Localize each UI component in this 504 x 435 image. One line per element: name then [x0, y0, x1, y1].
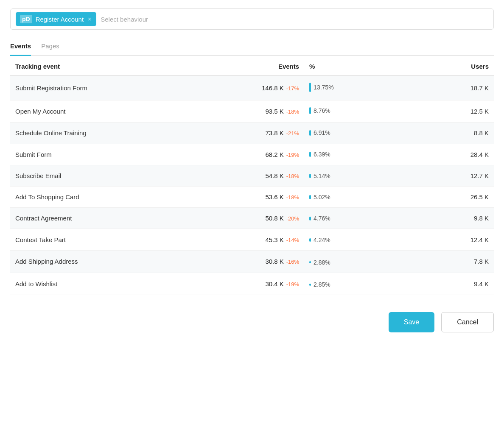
- percent-bar-wrap: 4.76%: [309, 215, 330, 222]
- table-row[interactable]: Submit Registration Form146.8 K-17%13.75…: [10, 75, 494, 100]
- events-value: 53.6 K: [265, 193, 283, 201]
- events-value: 30.4 K: [265, 280, 283, 287]
- cell-percent: 13.75%: [304, 75, 429, 100]
- percent-bar: [309, 238, 311, 242]
- cell-percent: 4.76%: [304, 207, 429, 229]
- tag-close-button[interactable]: ×: [87, 16, 92, 22]
- cell-event-name: Add To Shopping Card: [10, 186, 196, 207]
- percent-bar: [309, 130, 311, 136]
- col-header-percent: %: [304, 56, 429, 75]
- cell-users: 9.8 K: [429, 207, 494, 229]
- cell-event-name: Open My Account: [10, 100, 196, 123]
- cell-events: 45.3 K-14%: [196, 229, 304, 251]
- cell-percent: 6.39%: [304, 144, 429, 165]
- percent-text: 5.14%: [314, 173, 330, 179]
- percent-bar-wrap: 5.14%: [309, 173, 330, 179]
- events-value: 50.8 K: [265, 215, 283, 222]
- percent-bar: [309, 174, 311, 178]
- events-value: 45.3 K: [265, 236, 283, 243]
- cell-event-name: Schedule Online Training: [10, 123, 196, 144]
- cell-percent: 2.88%: [304, 251, 429, 273]
- cancel-button[interactable]: Cancel: [441, 312, 494, 332]
- header-bar: pD Register Account × Select behaviour: [10, 8, 494, 30]
- tag-icon: pD: [20, 15, 32, 23]
- percent-text: 5.02%: [314, 194, 330, 201]
- events-table: Tracking event Events % Users Submit Reg…: [10, 56, 494, 295]
- cell-users: 9.4 K: [429, 273, 494, 295]
- percent-bar: [309, 83, 311, 92]
- events-value: 73.8 K: [265, 129, 283, 137]
- events-change: -18%: [286, 173, 299, 179]
- cell-event-name: Submit Form: [10, 144, 196, 165]
- col-header-tracking-event: Tracking event: [10, 56, 196, 75]
- events-value: 54.8 K: [265, 172, 283, 179]
- cell-event-name: Add Shipping Address: [10, 251, 196, 273]
- cell-events: 146.8 K-17%: [196, 75, 304, 100]
- cell-events: 30.4 K-19%: [196, 273, 304, 295]
- percent-bar-wrap: 6.39%: [309, 151, 330, 158]
- percent-bar-wrap: 8.76%: [309, 107, 330, 114]
- table-row[interactable]: Subscribe Email54.8 K-18%5.14%12.7 K: [10, 165, 494, 186]
- events-value: 68.2 K: [265, 151, 283, 158]
- percent-bar: [309, 261, 311, 263]
- events-change: -17%: [286, 85, 299, 92]
- percent-bar: [309, 284, 311, 286]
- cell-users: 18.7 K: [429, 75, 494, 100]
- table-row[interactable]: Submit Form68.2 K-19%6.39%28.4 K: [10, 144, 494, 165]
- cell-events: 73.8 K-21%: [196, 123, 304, 144]
- percent-text: 6.91%: [314, 129, 330, 136]
- cell-percent: 5.14%: [304, 165, 429, 186]
- events-change: -18%: [286, 109, 299, 115]
- cell-events: 53.6 K-18%: [196, 186, 304, 207]
- cell-percent: 2.85%: [304, 273, 429, 295]
- events-change: -21%: [286, 130, 299, 137]
- cell-percent: 5.02%: [304, 186, 429, 207]
- percent-bar: [309, 152, 311, 157]
- percent-text: 2.88%: [314, 259, 330, 266]
- cell-users: 12.4 K: [429, 229, 494, 251]
- cell-event-name: Contract Agreement: [10, 207, 196, 229]
- save-button[interactable]: Save: [389, 312, 434, 332]
- percent-bar-wrap: 4.24%: [309, 237, 330, 243]
- cell-events: 68.2 K-19%: [196, 144, 304, 165]
- table-row[interactable]: Add Shipping Address30.8 K-16%2.88%7.8 K: [10, 251, 494, 273]
- percent-bar-wrap: 5.02%: [309, 194, 330, 201]
- table-row[interactable]: Add To Shopping Card53.6 K-18%5.02%26.5 …: [10, 186, 494, 207]
- events-change: -19%: [286, 152, 299, 158]
- events-change: -14%: [286, 237, 299, 243]
- cell-percent: 6.91%: [304, 123, 429, 144]
- events-change: -19%: [286, 281, 299, 287]
- percent-bar-wrap: 2.85%: [309, 281, 330, 288]
- percent-bar: [309, 217, 311, 220]
- events-value: 30.8 K: [265, 258, 283, 265]
- percent-bar-wrap: 6.91%: [309, 129, 330, 136]
- tag-label: Register Account: [36, 16, 84, 23]
- table-row[interactable]: Open My Account93.5 K-18%8.76%12.5 K: [10, 100, 494, 123]
- percent-text: 4.76%: [314, 215, 330, 222]
- cell-percent: 8.76%: [304, 100, 429, 123]
- table-row[interactable]: Contest Take Part45.3 K-14%4.24%12.4 K: [10, 229, 494, 251]
- events-change: -20%: [286, 215, 299, 222]
- cell-percent: 4.24%: [304, 229, 429, 251]
- cell-users: 28.4 K: [429, 144, 494, 165]
- cell-users: 12.7 K: [429, 165, 494, 186]
- footer: Save Cancel: [10, 295, 494, 341]
- events-change: -16%: [286, 259, 299, 265]
- percent-text: 4.24%: [314, 237, 330, 243]
- cell-event-name: Add to Wishlist: [10, 273, 196, 295]
- cell-events: 93.5 K-18%: [196, 100, 304, 123]
- tab-events[interactable]: Events: [10, 38, 31, 56]
- tag-chip[interactable]: pD Register Account ×: [16, 12, 96, 26]
- tabs-bar: Events Pages: [10, 38, 494, 56]
- percent-bar: [309, 195, 311, 199]
- cell-users: 7.8 K: [429, 251, 494, 273]
- table-row[interactable]: Schedule Online Training73.8 K-21%6.91%8…: [10, 123, 494, 144]
- behaviour-placeholder[interactable]: Select behaviour: [101, 16, 488, 23]
- events-value: 93.5 K: [265, 108, 283, 115]
- table-row[interactable]: Contract Agreement50.8 K-20%4.76%9.8 K: [10, 207, 494, 229]
- table-row[interactable]: Add to Wishlist30.4 K-19%2.85%9.4 K: [10, 273, 494, 295]
- percent-bar-wrap: 13.75%: [309, 83, 333, 92]
- cell-events: 30.8 K-16%: [196, 251, 304, 273]
- tab-pages[interactable]: Pages: [41, 38, 59, 56]
- percent-text: 13.75%: [314, 84, 333, 91]
